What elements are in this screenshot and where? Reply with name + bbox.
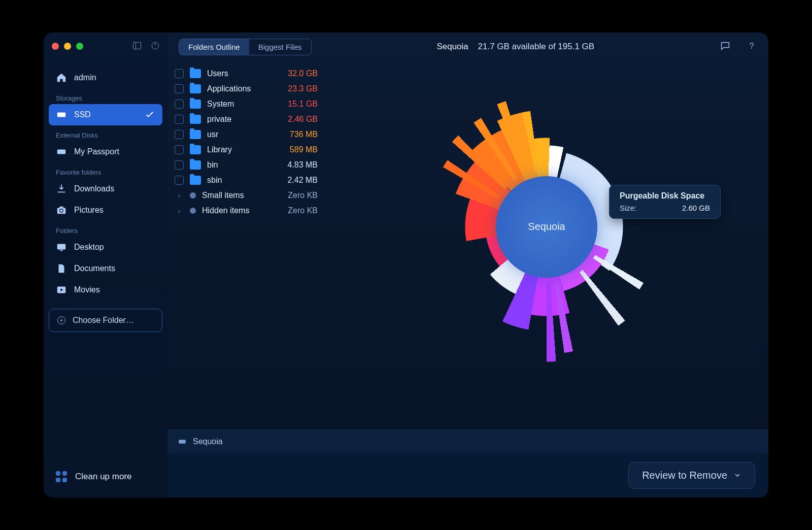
sidebar-section-storages: Storages bbox=[49, 91, 162, 104]
svg-rect-18 bbox=[179, 440, 186, 444]
list-item-size: 23.3 GB bbox=[277, 84, 318, 93]
svg-rect-9 bbox=[59, 207, 63, 209]
minimize-icon[interactable] bbox=[64, 43, 71, 50]
checkbox[interactable] bbox=[175, 130, 184, 139]
tooltip-size-label: Size: bbox=[620, 204, 636, 212]
sidebar: admin Storages SSD External Disks My Pas… bbox=[44, 32, 167, 498]
review-button[interactable]: Review to Remove bbox=[628, 462, 755, 489]
checkbox[interactable] bbox=[175, 84, 184, 93]
choose-folder-label: Choose Folder… bbox=[73, 316, 134, 325]
list-item-size: 15.1 GB bbox=[277, 100, 318, 109]
desktop-icon bbox=[56, 242, 67, 253]
app-window: admin Storages SSD External Disks My Pas… bbox=[44, 32, 768, 498]
list-item[interactable]: Users32.0 GB bbox=[167, 66, 322, 81]
sidebar-item-label: SSD bbox=[74, 110, 91, 119]
sunburst-center[interactable]: Sequoia bbox=[496, 176, 597, 278]
list-item-label: Users bbox=[207, 69, 268, 78]
list-item-label: private bbox=[207, 115, 268, 124]
camera-icon bbox=[56, 205, 67, 216]
chevron-down-icon bbox=[733, 471, 741, 479]
view-tabs: Folders Outline Biggest Files bbox=[179, 39, 312, 55]
tab-biggest-files[interactable]: Biggest Files bbox=[249, 39, 311, 55]
list-item-label: bin bbox=[207, 160, 268, 170]
sidebar-item-passport[interactable]: My Passport bbox=[49, 141, 162, 162]
choose-folder-button[interactable]: Choose Folder… bbox=[49, 309, 162, 332]
checkmark-icon bbox=[144, 109, 155, 120]
list-item[interactable]: Applications23.3 GB bbox=[167, 81, 322, 96]
document-icon bbox=[56, 263, 67, 274]
toggle-sidebar-icon[interactable] bbox=[132, 41, 142, 53]
list-item-label: Applications bbox=[207, 84, 268, 93]
folder-icon bbox=[190, 115, 201, 124]
checkbox[interactable] bbox=[175, 176, 184, 185]
path-bar[interactable]: Sequoia bbox=[167, 429, 768, 453]
list-item-size: Zero KB bbox=[277, 191, 318, 200]
list-item[interactable]: System15.1 GB bbox=[167, 96, 322, 112]
download-icon bbox=[56, 183, 67, 194]
list-item-hidden[interactable]: › Hidden items Zero KB bbox=[167, 203, 322, 218]
header-title: Sequoia 21.7 GB available of 195.1 GB bbox=[436, 42, 594, 52]
sidebar-item-downloads[interactable]: Downloads bbox=[49, 178, 162, 200]
list-item[interactable]: Library589 MB bbox=[167, 142, 322, 157]
folder-icon bbox=[190, 69, 201, 78]
sidebar-section-folders: Folders bbox=[49, 224, 162, 237]
sunburst-viz[interactable]: Sequoia Purgeable Disk Space Size: 2.60 … bbox=[325, 61, 768, 429]
help-icon[interactable]: ? bbox=[746, 40, 757, 53]
sidebar-item-home[interactable]: admin bbox=[49, 67, 162, 88]
svg-point-4 bbox=[63, 114, 64, 115]
feedback-icon[interactable] bbox=[720, 40, 731, 53]
checkbox[interactable] bbox=[175, 145, 184, 154]
checkbox[interactable] bbox=[175, 160, 184, 170]
list-item[interactable]: bin4.83 MB bbox=[167, 157, 322, 173]
sidebar-item-label: Downloads bbox=[74, 184, 114, 193]
plus-circle-icon bbox=[56, 315, 66, 325]
sidebar-item-pictures[interactable]: Pictures bbox=[49, 200, 162, 221]
folder-list: Users32.0 GBApplications23.3 GBSystem15.… bbox=[167, 61, 325, 429]
svg-rect-11 bbox=[60, 250, 63, 251]
list-item-size: 2.46 GB bbox=[277, 115, 318, 124]
maximize-icon[interactable] bbox=[76, 43, 83, 50]
disk-icon bbox=[178, 437, 187, 446]
tab-folders-outline[interactable]: Folders Outline bbox=[179, 39, 249, 55]
sidebar-item-documents[interactable]: Documents bbox=[49, 258, 162, 279]
list-item[interactable]: private2.46 GB bbox=[167, 112, 322, 127]
sidebar-item-label: Pictures bbox=[74, 206, 104, 215]
rescan-icon[interactable] bbox=[150, 41, 160, 53]
chevron-right-icon[interactable]: › bbox=[175, 192, 184, 200]
cleanup-button[interactable]: Clean up more bbox=[49, 464, 162, 489]
list-item-label: Small items bbox=[202, 191, 268, 200]
list-item-small[interactable]: › Small items Zero KB bbox=[167, 188, 322, 203]
svg-rect-0 bbox=[133, 42, 141, 49]
checkbox[interactable] bbox=[175, 69, 184, 78]
footer: Review to Remove bbox=[167, 453, 768, 498]
sidebar-item-movies[interactable]: Movies bbox=[49, 279, 162, 301]
volume-name: Sequoia bbox=[436, 42, 468, 51]
checkbox[interactable] bbox=[175, 115, 184, 124]
close-icon[interactable] bbox=[52, 43, 59, 50]
list-item[interactable]: usr736 MB bbox=[167, 127, 322, 142]
list-item-label: usr bbox=[207, 130, 268, 139]
drive-icon bbox=[56, 109, 67, 120]
chevron-right-icon[interactable]: › bbox=[175, 207, 184, 215]
sidebar-item-ssd[interactable]: SSD bbox=[49, 104, 162, 125]
sidebar-item-label: Documents bbox=[74, 264, 115, 273]
dot-icon bbox=[190, 208, 196, 214]
list-item-label: sbin bbox=[207, 176, 268, 185]
list-item-label: Library bbox=[207, 145, 268, 154]
top-bar: Folders Outline Biggest Files Sequoia 21… bbox=[167, 32, 768, 61]
tooltip-size-value: 2.60 GB bbox=[682, 204, 710, 212]
checkbox[interactable] bbox=[175, 100, 184, 109]
tooltip: Purgeable Disk Space Size: 2.60 GB bbox=[609, 185, 721, 219]
list-item-label: System bbox=[207, 100, 268, 109]
movie-icon bbox=[56, 284, 67, 295]
list-item-size: 32.0 GB bbox=[277, 69, 318, 78]
availability-text: 21.7 GB available of 195.1 GB bbox=[478, 42, 595, 51]
sidebar-item-label: Movies bbox=[74, 285, 100, 294]
sidebar-item-label: Desktop bbox=[74, 243, 104, 252]
sidebar-item-desktop[interactable]: Desktop bbox=[49, 237, 162, 258]
folder-icon bbox=[190, 145, 201, 154]
folder-icon bbox=[190, 130, 201, 139]
list-item[interactable]: sbin2.42 MB bbox=[167, 173, 322, 188]
sidebar-section-favorite: Favorite folders bbox=[49, 165, 162, 178]
home-icon bbox=[56, 72, 67, 83]
